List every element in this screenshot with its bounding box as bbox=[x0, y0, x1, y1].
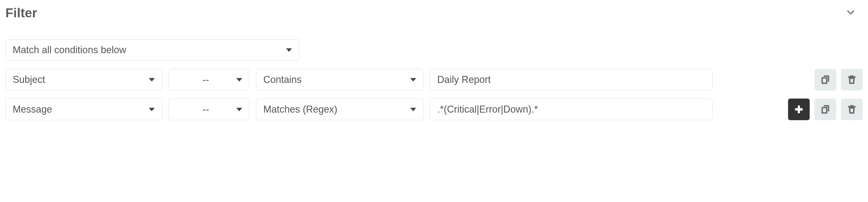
match-mode-label: Match all conditions below bbox=[13, 44, 126, 56]
condition-row: Message -- Matches (Regex) bbox=[5, 99, 863, 120]
copy-button[interactable] bbox=[814, 69, 836, 91]
condition-row: Subject -- Contains bbox=[5, 69, 863, 91]
delete-button[interactable] bbox=[841, 99, 863, 120]
trash-icon bbox=[846, 104, 857, 115]
caret-down-icon bbox=[236, 108, 242, 111]
caret-down-icon bbox=[236, 78, 242, 81]
chevron-down-icon bbox=[845, 7, 857, 19]
collapse-toggle[interactable] bbox=[844, 6, 857, 20]
modifier-label: -- bbox=[176, 74, 231, 85]
filter-title: Filter bbox=[5, 5, 37, 20]
caret-down-icon bbox=[410, 78, 416, 81]
modifier-select[interactable]: -- bbox=[168, 69, 250, 91]
operator-label: Matches (Regex) bbox=[263, 104, 337, 115]
operator-label: Contains bbox=[263, 74, 302, 85]
modifier-select[interactable]: -- bbox=[168, 99, 250, 120]
caret-down-icon bbox=[410, 108, 416, 111]
plus-icon bbox=[794, 104, 804, 115]
copy-button[interactable] bbox=[814, 99, 836, 120]
add-button[interactable] bbox=[788, 99, 810, 120]
caret-down-icon bbox=[149, 78, 155, 81]
match-mode-select[interactable]: Match all conditions below bbox=[5, 39, 299, 61]
delete-button[interactable] bbox=[841, 69, 863, 91]
match-mode-row: Match all conditions below bbox=[5, 39, 863, 61]
filter-header: Filter bbox=[5, 5, 863, 20]
field-select[interactable]: Message bbox=[5, 99, 162, 120]
row-actions bbox=[814, 69, 863, 91]
field-label: Subject bbox=[13, 74, 45, 85]
operator-select[interactable]: Contains bbox=[256, 69, 424, 91]
copy-icon bbox=[820, 74, 831, 85]
value-input[interactable] bbox=[430, 99, 712, 120]
row-actions bbox=[788, 99, 863, 120]
value-input[interactable] bbox=[430, 69, 712, 91]
field-label: Message bbox=[13, 104, 52, 115]
copy-icon bbox=[820, 104, 831, 115]
operator-select[interactable]: Matches (Regex) bbox=[256, 99, 424, 120]
modifier-label: -- bbox=[176, 104, 231, 115]
field-select[interactable]: Subject bbox=[5, 69, 162, 91]
caret-down-icon bbox=[149, 108, 155, 111]
caret-down-icon bbox=[286, 48, 292, 52]
trash-icon bbox=[846, 74, 857, 85]
